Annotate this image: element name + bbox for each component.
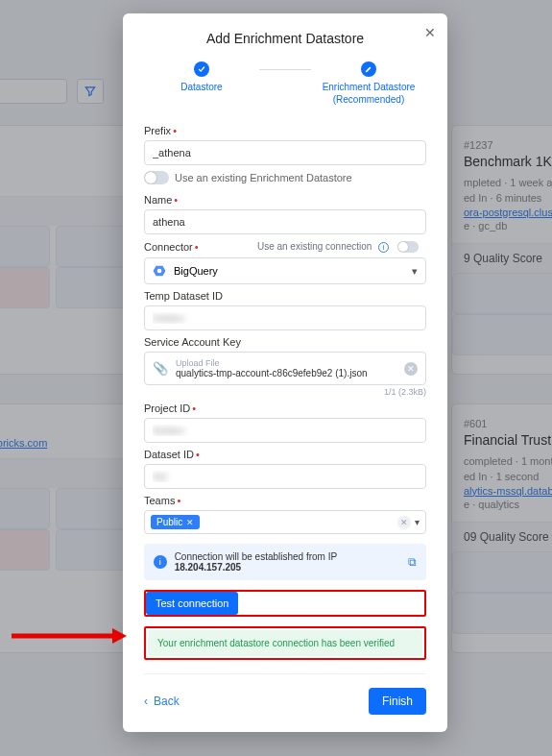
- chevron-down-icon: ▾: [412, 265, 418, 278]
- add-enrichment-datastore-modal: ✕ Add Enrichment Datastore Datastore Enr…: [123, 13, 447, 732]
- step-enrichment[interactable]: Enrichment Datastore(Recommended): [311, 61, 426, 106]
- annotation-highlight: Your enrichment datastore connection has…: [144, 626, 426, 660]
- project-id-label: Project ID•: [144, 402, 426, 414]
- close-icon[interactable]: ✕: [424, 25, 436, 40]
- svg-point-5: [157, 269, 162, 274]
- check-icon: [194, 61, 209, 77]
- upload-meta: 1/1 (2.3kB): [144, 387, 426, 397]
- clear-teams-icon[interactable]: ✕: [397, 516, 411, 529]
- info-icon[interactable]: i: [378, 242, 389, 253]
- temp-dataset-label: Temp Dataset ID: [144, 290, 426, 302]
- pencil-icon: [361, 61, 376, 77]
- service-account-key-upload[interactable]: 📎 Upload File qualytics-tmp-account-c86c…: [144, 352, 426, 385]
- prefix-label: Prefix•: [144, 125, 426, 136]
- teams-select[interactable]: Public✕ ✕ ▾: [144, 510, 426, 534]
- remove-file-icon[interactable]: ✕: [404, 362, 418, 376]
- paperclip-icon: 📎: [153, 361, 168, 376]
- connection-verified-message: Your enrichment datastore connection has…: [148, 630, 422, 656]
- remove-chip-icon[interactable]: ✕: [186, 518, 194, 527]
- project-id-input[interactable]: [144, 418, 426, 443]
- stepper: Datastore Enrichment Datastore(Recommend…: [144, 61, 426, 106]
- temp-dataset-input[interactable]: [144, 305, 426, 330]
- prefix-input[interactable]: [144, 140, 426, 165]
- connector-select[interactable]: BigQuery ▾: [144, 257, 426, 284]
- use-existing-connection-toggle[interactable]: [397, 241, 419, 253]
- name-input[interactable]: [144, 209, 426, 234]
- team-chip-public[interactable]: Public✕: [151, 515, 200, 529]
- service-account-key-label: Service Account Key: [144, 336, 426, 348]
- toggle-icon: [144, 171, 169, 184]
- back-button[interactable]: ‹ Back: [144, 695, 180, 708]
- use-existing-datastore-toggle[interactable]: Use an existing Enrichment Datastore: [144, 171, 426, 184]
- connection-ip-info: i Connection will be established from IP…: [144, 544, 426, 580]
- connector-label: Connector• Use an existing connection i: [144, 240, 426, 254]
- teams-label: Teams•: [144, 495, 426, 506]
- chevron-left-icon: ‹: [144, 695, 148, 708]
- dataset-id-label: Dataset ID•: [144, 449, 426, 460]
- test-connection-button[interactable]: Test connection: [146, 592, 238, 615]
- chevron-down-icon: ▾: [415, 517, 420, 527]
- finish-button[interactable]: Finish: [369, 688, 426, 715]
- bigquery-icon: [153, 264, 166, 278]
- modal-title: Add Enrichment Datastore: [144, 31, 426, 46]
- copy-icon[interactable]: ⧉: [408, 555, 417, 569]
- dataset-id-input[interactable]: [144, 464, 426, 489]
- name-label: Name•: [144, 194, 426, 206]
- step-datastore[interactable]: Datastore: [144, 61, 259, 93]
- info-icon: i: [154, 555, 167, 569]
- annotation-highlight: Test connection: [144, 590, 426, 617]
